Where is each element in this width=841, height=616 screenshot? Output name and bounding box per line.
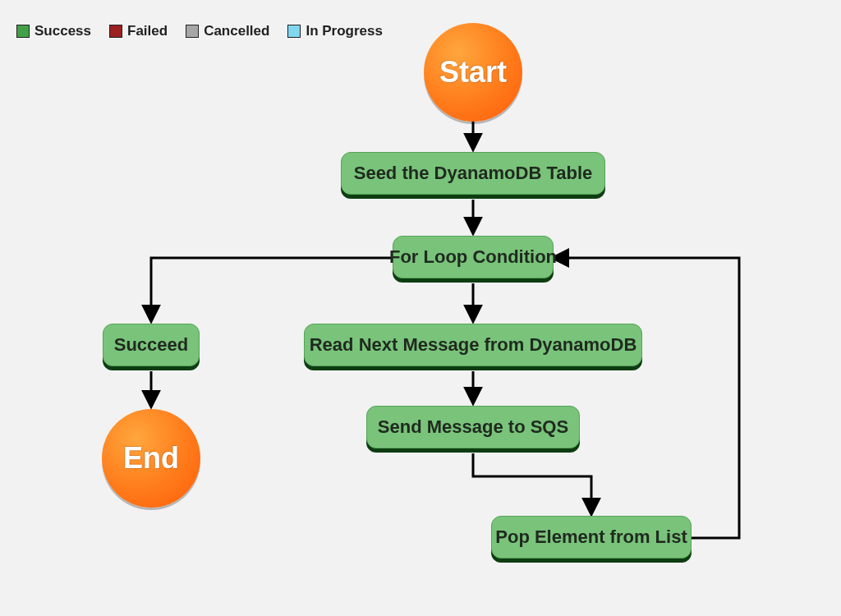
arrow-loop-succeed — [151, 258, 393, 320]
node-read-label: Read Next Message from DyanamoDB — [310, 334, 637, 356]
legend-item-success: Success — [16, 23, 91, 39]
node-read: Read Next Message from DyanamoDB — [304, 324, 642, 366]
node-seed-label: Seed the DyanamoDB Table — [354, 163, 593, 184]
node-pop: Pop Element from List — [491, 516, 692, 559]
swatch-inprogress — [287, 25, 301, 38]
node-seed: Seed the DyanamoDB Table — [341, 152, 605, 195]
node-succeed-label: Succeed — [114, 334, 189, 356]
arrow-pop-loop — [554, 258, 739, 538]
legend-label-success: Success — [34, 23, 91, 39]
node-succeed: Succeed — [103, 324, 200, 366]
arrow-send-pop — [473, 453, 591, 513]
legend-label-failed: Failed — [127, 23, 168, 39]
node-send: Send Message to SQS — [366, 406, 580, 448]
node-send-label: Send Message to SQS — [378, 416, 568, 438]
node-pop-label: Pop Element from List — [495, 526, 687, 548]
legend-item-failed: Failed — [109, 23, 168, 39]
swatch-cancelled — [186, 25, 199, 38]
node-start-label: Start — [439, 55, 507, 90]
legend: Success Failed Cancelled In Progress — [16, 23, 383, 39]
node-end: End — [102, 409, 200, 508]
legend-label-cancelled: Cancelled — [204, 23, 269, 39]
flow-arrows — [0, 0, 841, 616]
legend-label-inprogress: In Progress — [306, 23, 383, 39]
node-end-label: End — [123, 441, 179, 476]
legend-item-inprogress: In Progress — [287, 23, 383, 39]
node-start: Start — [424, 23, 522, 122]
node-loop-label: For Loop Condition — [389, 246, 557, 268]
swatch-failed — [109, 25, 122, 38]
node-loop: For Loop Condition — [393, 236, 554, 278]
legend-item-cancelled: Cancelled — [186, 23, 269, 39]
swatch-success — [16, 25, 30, 38]
